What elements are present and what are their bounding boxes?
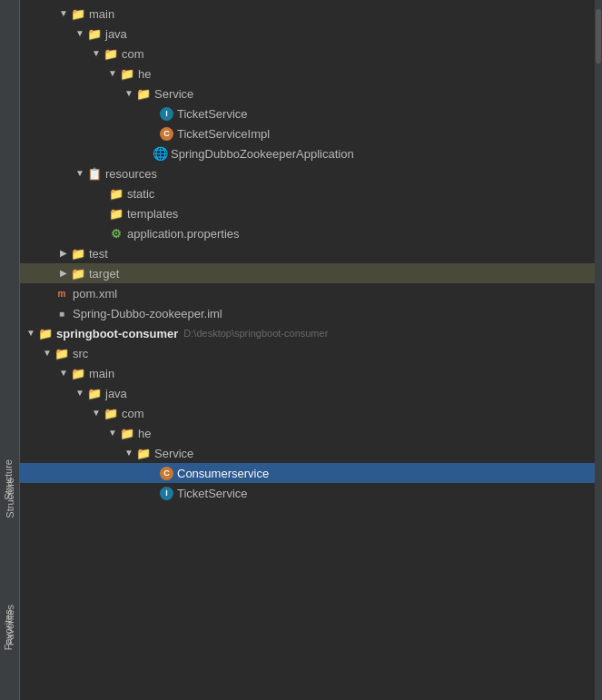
label-he2: he [138,427,151,440]
tree-item-app-props[interactable]: ⚙ application.properties [20,223,602,243]
folder-icon-java2: 📁 [87,386,102,400]
label-main2: main [89,367,114,380]
label-pom: pom.xml [73,287,117,301]
class-icon-ticketserviceimpl: C [160,127,173,141]
label-ticketservice: TicketService [177,107,248,121]
path-consumer-module: D:\desktop\springboot-consumer [183,328,328,339]
tree-item-main2[interactable]: 📁 main [20,363,602,383]
arrow-com2 [89,406,104,420]
arrow-empty-app [138,146,153,161]
label-test: test [89,247,108,261]
folder-icon-consumer-module: 📁 [38,326,53,340]
arrow-empty-pom [40,286,54,301]
tree-item-iml[interactable]: ■ Spring-Dubbo-zookeeper.iml [20,303,602,323]
arrow-empty-tsi [145,126,160,141]
iml-icon: ■ [54,306,69,320]
folder-icon-service2: 📁 [136,446,151,460]
tree-item-service-folder2[interactable]: 📁 Service [20,443,602,463]
arrow-java2 [73,386,87,400]
arrow-main2 [56,366,71,380]
label-iml: Spring-Dubbo-zookeeper.iml [73,307,222,320]
folder-icon-test: 📁 [71,246,85,261]
label-java: java [105,27,127,41]
tree-item-ticketserviceimpl[interactable]: C TicketServiceImpl [20,123,602,143]
arrow-target [56,266,71,281]
folder-icon-static: 📁 [109,186,123,201]
label-consumerservice: Consumerservice [177,467,269,480]
tree-item-resources[interactable]: 📋 resources [20,163,602,183]
tree-item-java2[interactable]: 📁 java [20,383,602,403]
scrollbar[interactable] [595,0,602,700]
folder-icon-src2: 📁 [54,346,69,360]
structure-label[interactable]: Structure [3,459,14,500]
label-com2: com [122,407,144,420]
folder-icon-com2: 📁 [104,406,118,420]
label-src2: src [73,347,88,360]
arrow-empty-iml [40,306,54,320]
xml-icon: m [54,286,69,301]
arrow-he2 [105,426,120,440]
label-ticketservice2: TicketService [177,487,248,500]
tree-item-he2[interactable]: 📁 he [20,423,602,443]
tree-item-java[interactable]: 📁 java [20,24,602,44]
arrow-empty-ts [145,106,160,121]
tree-item-templates[interactable]: 📁 templates [20,203,602,223]
label-resources: resources [105,167,157,181]
tree-item-pom[interactable]: m pom.xml [20,283,602,303]
favorites-label[interactable]: Favorites [3,609,14,650]
tree-item-src2[interactable]: 📁 src [20,343,602,363]
label-static: static [127,187,154,201]
arrow-com [89,46,104,61]
label-app-props: application.properties [127,227,240,241]
arrow-empty-cs [145,466,160,480]
folder-icon-service: 📁 [136,86,151,101]
folder-icon-java: 📁 [87,26,102,41]
tree-item-service-folder[interactable]: 📁 Service [20,84,602,104]
interface-icon-ticketservice: I [160,107,173,121]
label-java2: java [105,387,127,400]
tree-item-static[interactable]: 📁 static [20,183,602,203]
folder-icon-com: 📁 [104,46,118,61]
arrow-service [122,86,136,101]
arrow-test [56,246,71,261]
class-icon-consumerservice: C [160,467,173,480]
label-consumer-module: springboot-consumer [56,327,178,340]
project-tree: 📁 main 📁 java 📁 com 📁 he 📁 Service [20,0,602,700]
label-ticketserviceimpl: TicketServiceImpl [177,127,270,141]
arrow-templates [94,206,109,221]
tree-item-app[interactable]: 🌐 SpringDubboZookeeperApplication [20,143,602,163]
tree-item-consumerservice[interactable]: C Consumerservice [20,463,602,483]
props-icon: ⚙ [109,226,123,241]
app-icon: 🌐 [153,146,167,161]
folder-icon-templates: 📁 [109,206,123,221]
arrow-empty-props [94,226,109,241]
interface-icon-ticketservice2: I [160,487,173,500]
tree-item-main[interactable]: 📁 main [20,4,602,24]
arrow-consumer-module [24,326,38,340]
label-app: SpringDubboZookeeperApplication [171,147,354,161]
folder-icon-target: 📁 [71,266,85,281]
tree-item-ticketservice2[interactable]: I TicketService [20,483,602,503]
tree-item-com2[interactable]: 📁 com [20,403,602,423]
folder-icon-main2: 📁 [71,366,85,380]
left-sidebar-tabs: Structure Favorites Structure Favorites [0,0,20,700]
folder-icon-resources: 📋 [87,166,102,181]
arrow-src2 [40,346,54,360]
arrow-service2 [122,446,136,460]
tree-item-consumer-module[interactable]: 📁 springboot-consumer D:\desktop\springb… [20,323,602,343]
arrow-main [56,6,71,21]
tree-item-com[interactable]: 📁 com [20,44,602,64]
folder-icon-he2: 📁 [120,426,134,440]
scrollbar-thumb[interactable] [596,9,601,64]
tree-item-he[interactable]: 📁 he [20,64,602,84]
arrow-he [105,66,120,81]
label-service: Service [154,87,193,101]
tree-item-ticketservice[interactable]: I TicketService [20,104,602,123]
label-target: target [89,267,119,281]
main-container: Structure Favorites Structure Favorites … [0,0,602,700]
tree-item-target[interactable]: 📁 target [20,263,602,283]
arrow-java [73,26,87,41]
label-templates: templates [127,207,178,221]
tree-item-test[interactable]: 📁 test [20,243,602,263]
label-com: com [122,47,144,61]
